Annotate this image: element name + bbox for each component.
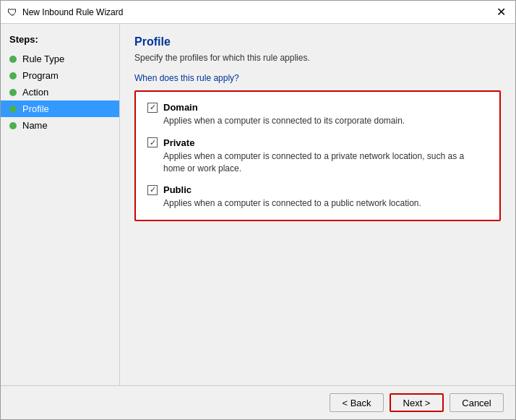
option-private-desc: Applies when a computer is connected to … (163, 150, 488, 175)
checkbox-private[interactable]: ✓ (147, 137, 158, 147)
sidebar-item-program[interactable]: Program (1, 67, 119, 84)
option-domain-title: Domain (163, 102, 198, 113)
checkbox-public[interactable]: ✓ (147, 185, 158, 195)
step-dot-name (9, 122, 17, 129)
option-public-header: ✓ Public (147, 184, 488, 195)
option-private-header: ✓ Private (147, 137, 488, 148)
next-button[interactable]: Next > (390, 393, 444, 412)
window-title: New Inbound Rule Wizard (22, 7, 492, 17)
option-domain-desc: Applies when a computer is connected to … (163, 115, 488, 127)
sidebar-label-name: Name (22, 120, 48, 131)
option-public-title: Public (163, 184, 192, 195)
step-dot-rule-type (9, 56, 17, 63)
option-domain-header: ✓ Domain (147, 102, 488, 113)
page-title: Profile (134, 35, 501, 48)
sidebar-item-action[interactable]: Action (1, 84, 119, 100)
wizard-window: 🛡 New Inbound Rule Wizard ✕ Steps: Rule … (0, 0, 516, 420)
step-dot-program (9, 72, 17, 80)
sidebar-label-profile: Profile (22, 103, 49, 114)
sidebar-item-rule-type[interactable]: Rule Type (1, 51, 119, 67)
main-panel: Profile Specify the profiles for which t… (120, 24, 515, 385)
step-dot-profile (9, 106, 17, 113)
sidebar: Steps: Rule Type Program Action Profile … (1, 24, 120, 385)
content-area: Steps: Rule Type Program Action Profile … (1, 24, 515, 385)
footer: < Back Next > Cancel (1, 385, 515, 419)
sidebar-label-rule-type: Rule Type (22, 53, 64, 64)
close-button[interactable]: ✕ (492, 4, 509, 21)
option-private-title: Private (163, 137, 194, 148)
question-label: When does this rule apply? (134, 73, 501, 83)
option-private: ✓ Private Applies when a computer is con… (147, 137, 488, 175)
steps-label: Steps: (1, 31, 119, 51)
sidebar-label-action: Action (22, 87, 48, 98)
options-box: ✓ Domain Applies when a computer is conn… (134, 90, 501, 221)
sidebar-label-program: Program (22, 70, 59, 81)
back-button[interactable]: < Back (330, 393, 384, 412)
option-domain: ✓ Domain Applies when a computer is conn… (147, 102, 488, 127)
window-icon: 🛡 (7, 7, 18, 18)
sidebar-item-profile[interactable]: Profile (1, 100, 119, 117)
cancel-button[interactable]: Cancel (450, 393, 504, 412)
page-subtitle: Specify the profiles for which this rule… (134, 53, 501, 63)
option-public: ✓ Public Applies when a computer is conn… (147, 184, 488, 210)
checkbox-domain[interactable]: ✓ (147, 103, 158, 113)
step-dot-action (9, 89, 17, 96)
titlebar: 🛡 New Inbound Rule Wizard ✕ (1, 1, 515, 24)
option-public-desc: Applies when a computer is connected to … (163, 197, 488, 210)
sidebar-item-name[interactable]: Name (1, 117, 119, 134)
